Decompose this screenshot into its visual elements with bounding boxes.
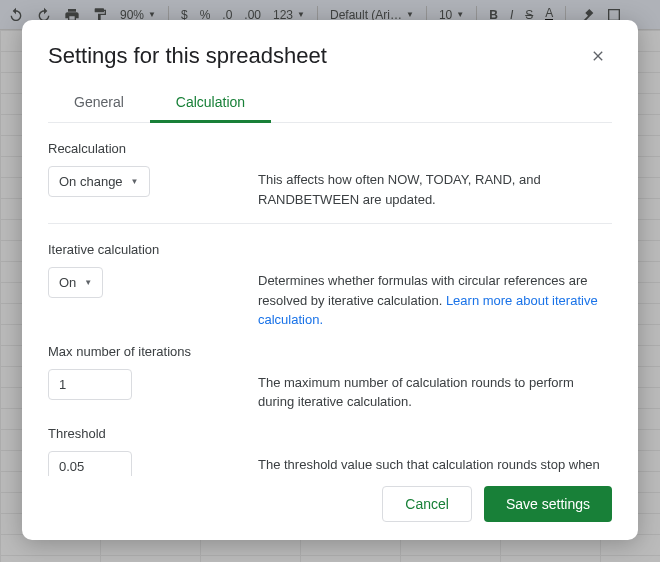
max-iterations-row: The maximum number of calculation rounds… bbox=[48, 369, 612, 412]
cancel-button[interactable]: Cancel bbox=[382, 486, 472, 522]
recalculation-select[interactable]: On change ▼ bbox=[48, 166, 150, 197]
recalculation-value: On change bbox=[59, 174, 123, 189]
max-iterations-description: The maximum number of calculation rounds… bbox=[258, 369, 612, 412]
recalculation-row: On change ▼ This affects how often NOW, … bbox=[48, 166, 612, 209]
iterative-description: Determines whether formulas with circula… bbox=[258, 267, 612, 330]
tab-calculation[interactable]: Calculation bbox=[150, 84, 271, 123]
iterative-label: Iterative calculation bbox=[48, 242, 612, 257]
dialog-footer: Cancel Save settings bbox=[48, 476, 612, 522]
settings-dialog: Settings for this spreadsheet General Ca… bbox=[22, 20, 638, 540]
chevron-down-icon: ▼ bbox=[131, 177, 139, 186]
tabs: General Calculation bbox=[48, 84, 612, 123]
divider bbox=[48, 223, 612, 224]
close-button[interactable] bbox=[584, 42, 612, 70]
save-settings-button[interactable]: Save settings bbox=[484, 486, 612, 522]
dialog-title: Settings for this spreadsheet bbox=[48, 43, 327, 69]
iterative-select[interactable]: On ▼ bbox=[48, 267, 103, 298]
dialog-header: Settings for this spreadsheet bbox=[48, 42, 612, 70]
dialog-content: Recalculation On change ▼ This affects h… bbox=[48, 123, 612, 476]
tab-general[interactable]: General bbox=[48, 84, 150, 123]
threshold-label: Threshold bbox=[48, 426, 612, 441]
threshold-input[interactable] bbox=[48, 451, 132, 477]
recalculation-label: Recalculation bbox=[48, 141, 612, 156]
threshold-row: The threshold value such that calculatio… bbox=[48, 451, 612, 477]
close-icon bbox=[590, 48, 606, 64]
max-iterations-label: Max number of iterations bbox=[48, 344, 612, 359]
max-iterations-input[interactable] bbox=[48, 369, 132, 400]
iterative-value: On bbox=[59, 275, 76, 290]
chevron-down-icon: ▼ bbox=[84, 278, 92, 287]
iterative-row: On ▼ Determines whether formulas with ci… bbox=[48, 267, 612, 330]
threshold-description: The threshold value such that calculatio… bbox=[258, 451, 612, 477]
recalculation-description: This affects how often NOW, TODAY, RAND,… bbox=[258, 166, 612, 209]
